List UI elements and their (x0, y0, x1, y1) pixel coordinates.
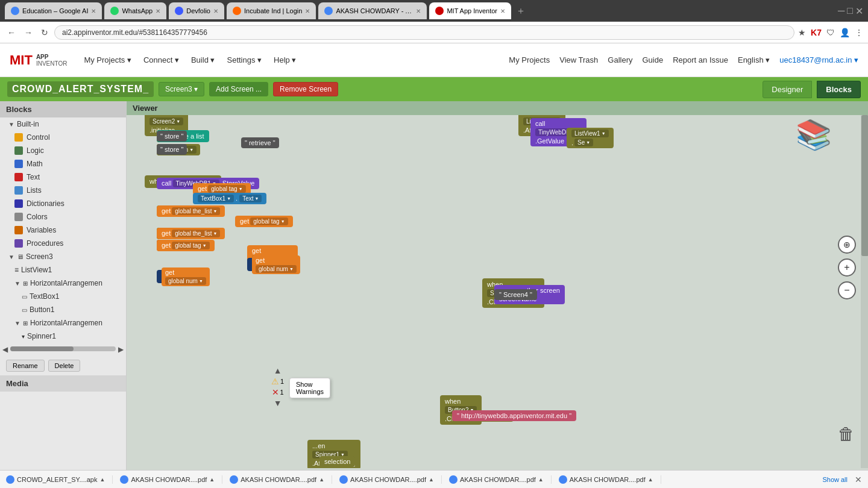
textbox1-text-block[interactable]: TextBox1 . Text (193, 193, 266, 204)
sidebar-item-variables[interactable]: Variables (0, 224, 126, 237)
down-arrow-icon[interactable]: ▼ (274, 398, 282, 408)
profile-icon[interactable]: 👤 (840, 28, 850, 37)
sidebar-item-logic[interactable]: Logic (0, 144, 126, 157)
get-global-thelist-2[interactable]: get global the_list (157, 228, 225, 239)
show-warnings-tooltip[interactable]: Show Warnings (289, 378, 330, 398)
thelist-dd2[interactable]: global the_list (172, 230, 220, 237)
gnum-dd4[interactable]: global num (165, 277, 206, 285)
extension-icon2[interactable]: 🛡 (826, 28, 835, 37)
minimize-button[interactable]: ─ (838, 5, 844, 16)
forward-button[interactable]: → (22, 27, 35, 39)
set-listview-elements[interactable]: set ListView1 Elements to get global the… (157, 229, 297, 237)
zoom-in-button[interactable]: + (838, 258, 856, 277)
up-arrow-icon[interactable]: ▲ (274, 366, 282, 375)
download-arrow-5[interactable]: ▲ (648, 477, 653, 483)
sidebar-spinner1[interactable]: ▾ Spinner1 (0, 330, 126, 343)
header-view-trash[interactable]: View Trash (559, 55, 598, 64)
screen2-dropdown[interactable]: Screen2 (149, 117, 183, 125)
text-dd[interactable]: Text (239, 195, 262, 202)
sidebar-item-procedures[interactable]: Procedures (0, 237, 126, 250)
thelist-dd1[interactable]: global the_list (172, 207, 220, 215)
header-language[interactable]: English ▾ (738, 55, 770, 64)
download-arrow-1[interactable]: ▲ (209, 477, 215, 483)
header-user[interactable]: uec18437@rnd.ac.in ▾ (779, 55, 858, 64)
tab-education-close[interactable]: ✕ (91, 8, 96, 14)
menu-icon[interactable]: ⋮ (855, 28, 863, 37)
lv1-dd2[interactable]: ListView1 (571, 130, 609, 137)
add-items-row[interactable]: ✱ add items to list list get global the_… (157, 206, 297, 216)
nav-build[interactable]: Build ▾ (186, 53, 220, 67)
blocks-canvas[interactable]: when Screen2 .initialize do set Spinner1… (127, 115, 868, 468)
gtag-dd4[interactable]: global tag (172, 242, 209, 249)
tab-whatsapp[interactable]: WhatsApp ✕ (104, 2, 166, 19)
download-arrow-3[interactable]: ▲ (429, 477, 434, 483)
delete-button[interactable]: Delete (48, 360, 81, 372)
header-report-issue[interactable]: Report an Issue (673, 55, 728, 64)
zoom-out-button[interactable]: − (838, 281, 856, 299)
rename-button[interactable]: Rename (6, 360, 45, 372)
show-all-button[interactable]: Show all (822, 476, 848, 483)
tab-education[interactable]: Education – Google AI ✕ (5, 2, 102, 19)
se-dd[interactable]: Se (574, 139, 593, 146)
listview1-selection-block[interactable]: ListView1 . Se (567, 128, 614, 148)
designer-button[interactable]: Designer (763, 81, 812, 98)
nav-connect[interactable]: Connect ▾ (139, 53, 184, 67)
get-global-thelist-1[interactable]: get global the_list (157, 205, 225, 217)
nav-settings[interactable]: Settings ▾ (222, 53, 266, 67)
set-spinner1-selection[interactable]: set Spinner1 Selection to " store " (157, 145, 241, 154)
bookmark-icon[interactable]: ★ (798, 28, 806, 37)
get-global-num-2[interactable]: get global num (252, 255, 300, 274)
sidebar-screen3-toggle[interactable]: ▼ 🖥 Screen3 (0, 250, 126, 263)
sidebar-item-math[interactable]: Math (0, 157, 126, 170)
remove-screen-button[interactable]: Remove Screen (273, 82, 338, 96)
scrollbar-thumb[interactable] (861, 115, 868, 256)
set-spinner1-elements[interactable]: do set Spinner1 Elements to ✱ make a lis… (157, 132, 241, 140)
add-block-1[interactable]: get global num + 1 (247, 258, 284, 271)
center-zoom-button[interactable]: ⊕ (838, 236, 856, 254)
sidebar-item-colors[interactable]: Colors (0, 210, 126, 224)
sidebar-harrg1-toggle[interactable]: ▼ ⊞ HorizontalArrangemen (0, 277, 126, 290)
tab-whatsapp-close[interactable]: ✕ (156, 8, 160, 14)
tab-incubate[interactable]: Incubate Ind | Login ✕ (227, 2, 316, 19)
get-global-tag-2[interactable]: get global tag (235, 216, 293, 227)
blocks-button[interactable]: Blocks (817, 81, 861, 98)
vertical-scrollbar[interactable] (861, 115, 868, 468)
close-window-button[interactable]: ✕ (855, 5, 863, 17)
tab-incubate-close[interactable]: ✕ (305, 8, 310, 14)
download-arrow-2[interactable]: ▲ (319, 477, 324, 483)
trash-icon[interactable]: 🗑 (838, 424, 855, 444)
scroll-right-icon[interactable]: ▶ (118, 345, 124, 354)
nav-my-projects[interactable]: My Projects ▾ (79, 53, 136, 67)
tab-devfolio[interactable]: Devfolio ✕ (169, 2, 224, 19)
get-global-tag-3[interactable]: get global tag (157, 240, 215, 251)
button2-do-row[interactable]: do set ActivityStarter1 DataUri to " htt… (452, 411, 458, 420)
sidebar-harrg2-toggle[interactable]: ▼ ⊞ HorizontalArrangemen (0, 316, 126, 330)
textbox1-dd[interactable]: TextBox1 (198, 195, 234, 202)
add-block-2[interactable]: get global num + 1 (157, 270, 193, 283)
tab-akash[interactable]: AKASH CHOWDARY - A4 (L... ✕ (318, 2, 427, 19)
sidebar-button1[interactable]: ▭ Button1 (0, 303, 126, 316)
sidebar-item-dictionaries[interactable]: Dictionaries (0, 197, 126, 210)
get-global-num-3[interactable]: get global num (162, 267, 210, 286)
nav-help[interactable]: Help ▾ (269, 53, 301, 67)
download-arrow-4[interactable]: ▲ (538, 477, 544, 483)
reload-button[interactable]: ↻ (39, 27, 51, 39)
tab-mit[interactable]: MIT App Inventor ✕ (429, 2, 511, 19)
global-tag-dd2[interactable]: global tag (250, 217, 288, 225)
tab-mit-close[interactable]: ✕ (500, 8, 505, 14)
tab-devfolio-close[interactable]: ✕ (213, 8, 218, 14)
header-my-projects[interactable]: My Projects (509, 55, 550, 64)
sidebar-textbox1[interactable]: ▭ TextBox1 (0, 290, 126, 303)
add-screen-button[interactable]: Add Screen ... (209, 82, 268, 96)
gnum-dd2[interactable]: global num (256, 265, 297, 273)
global-tag-dd1[interactable]: global tag (208, 185, 245, 193)
sidebar-item-text[interactable]: Text (0, 170, 126, 184)
sidebar-listview1[interactable]: ≡ ListView1 (0, 263, 126, 277)
tab-akash-close[interactable]: ✕ (416, 8, 421, 14)
sidebar-builtin-toggle[interactable]: ▼ Built-in (0, 117, 126, 131)
new-tab-button[interactable]: ＋ (516, 5, 526, 17)
extension-icon1[interactable]: K7 (811, 28, 822, 37)
header-guide[interactable]: Guide (642, 55, 663, 64)
sidebar-item-lists[interactable]: Lists (0, 184, 126, 197)
screen-selector[interactable]: Screen3 ▾ (159, 82, 204, 96)
